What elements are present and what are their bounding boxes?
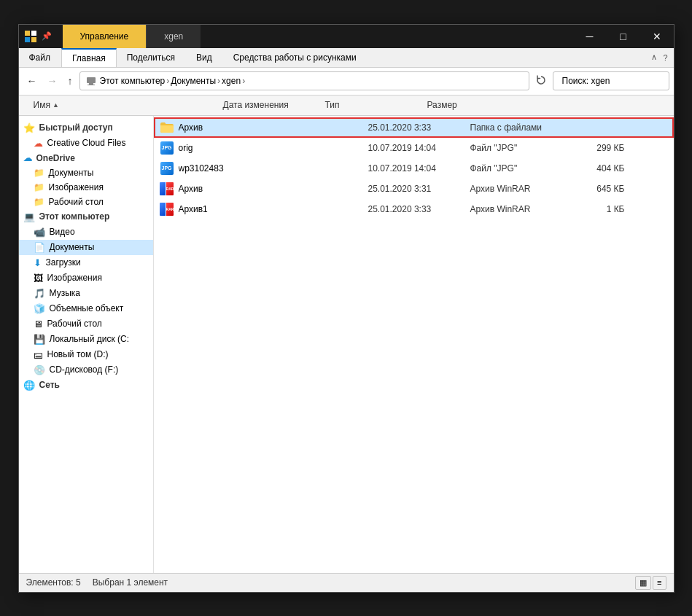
window-icon xyxy=(25,31,36,42)
images-icon: 🖼 xyxy=(34,273,43,284)
search-box[interactable] xyxy=(553,71,669,90)
table-row[interactable]: JPG wp3102483 10.07.2019 14:04 Файл "JPG… xyxy=(154,158,674,179)
file-type: Файл "JPG" xyxy=(470,143,572,153)
sidebar-item-onedrive-desktop[interactable]: 📁 Рабочий стол xyxy=(19,195,153,209)
file-date: 10.07.2019 14:04 xyxy=(368,143,470,153)
docs-icon: 📄 xyxy=(34,242,45,253)
col-header-size[interactable]: Размер xyxy=(427,100,486,110)
jpg-icon: JPG xyxy=(160,161,174,176)
maximize-button[interactable]: □ xyxy=(607,25,640,48)
ribbon-collapse-button[interactable]: ∧ xyxy=(648,51,660,63)
cd-icon: 💿 xyxy=(34,364,45,375)
back-button[interactable]: ← xyxy=(23,74,41,88)
search-input[interactable] xyxy=(562,76,672,86)
sidebar-item-quick-access[interactable]: ⭐ Быстрый доступ xyxy=(19,120,153,136)
status-bar: Элементов: 5 Выбран 1 элемент ▦ ≡ xyxy=(19,573,674,592)
folder-icon-onedrive-images: 📁 xyxy=(34,182,44,192)
video-icon: 📹 xyxy=(34,227,45,238)
sidebar: ⭐ Быстрый доступ ☁ Creative Cloud Files … xyxy=(19,116,154,573)
download-icon: ⬇ xyxy=(34,257,42,268)
ribbon: Файл Главная Поделиться Вид Средства раб… xyxy=(19,48,674,68)
folder-icon-onedrive-docs: 📁 xyxy=(34,168,44,178)
file-size: 1 КБ xyxy=(572,204,631,214)
sidebar-item-this-computer[interactable]: 💻 Этот компьютер xyxy=(19,209,153,225)
table-row[interactable]: RAR Архив1 25.01.2020 3:33 Архив WinRAR … xyxy=(154,199,674,219)
svg-rect-3 xyxy=(31,37,36,42)
file-date: 25.01.2020 3:31 xyxy=(368,184,470,194)
desktop-icon: 🖥 xyxy=(34,319,43,330)
table-row[interactable]: JPG orig 10.07.2019 14:04 Файл "JPG" 299… xyxy=(154,138,674,158)
sidebar-item-local-disk-c[interactable]: 💾 Локальный диск (С: xyxy=(19,332,153,347)
ribbon-tab-home[interactable]: Главная xyxy=(61,48,117,67)
file-size: 404 КБ xyxy=(572,163,631,174)
up-button[interactable]: ↑ xyxy=(64,74,77,88)
tab-management[interactable]: Управление xyxy=(63,25,147,48)
sidebar-item-3d-objects[interactable]: 🧊 Объемные объект xyxy=(19,301,153,316)
sidebar-item-documents[interactable]: 📄 Документы xyxy=(19,240,153,255)
pin-button[interactable]: 📌 xyxy=(39,31,54,41)
ribbon-tabs: Файл Главная Поделиться Вид Средства раб… xyxy=(19,48,674,67)
column-headers: Имя ▲ Дата изменения Тип Размер xyxy=(19,95,674,116)
window-controls: ─ □ ✕ xyxy=(573,25,674,48)
rar-icon: RAR xyxy=(160,182,174,196)
col-header-type[interactable]: Тип xyxy=(325,100,427,110)
music-icon: 🎵 xyxy=(34,288,45,299)
ribbon-help-button[interactable]: ? xyxy=(660,52,670,63)
sidebar-item-music[interactable]: 🎵 Музыка xyxy=(19,286,153,301)
tab-xgen[interactable]: xgen xyxy=(146,25,201,48)
col-header-date[interactable]: Дата изменения xyxy=(223,100,325,110)
view-details-button[interactable]: ▦ xyxy=(635,576,651,590)
sidebar-item-onedrive[interactable]: ☁ OneDrive xyxy=(19,151,153,165)
title-bar: 📌 Управление xgen ─ □ ✕ xyxy=(19,25,674,48)
sidebar-item-onedrive-docs[interactable]: 📁 Документы xyxy=(19,165,153,180)
explorer-window: 📌 Управление xgen ─ □ ✕ Файл Главная Под… xyxy=(18,24,674,593)
onedrive-icon: ☁ xyxy=(23,153,32,163)
close-button[interactable]: ✕ xyxy=(640,25,674,48)
title-tabs: Управление xgen xyxy=(63,25,573,48)
file-name: Архив1 xyxy=(179,204,368,214)
sidebar-item-video[interactable]: 📹 Видео xyxy=(19,225,153,240)
col-header-name[interactable]: Имя ▲ xyxy=(34,100,223,110)
file-type: Папка с файлами xyxy=(470,122,572,133)
sidebar-item-cd-drive-f[interactable]: 💿 CD-дисковод (F:) xyxy=(19,362,153,378)
svg-rect-6 xyxy=(88,85,95,85)
path-bar[interactable]: Этот компьютер › Документы › xgen › xyxy=(79,71,529,90)
file-name: wp3102483 xyxy=(179,163,368,174)
title-bar-left: 📌 xyxy=(19,25,60,48)
main-content: ⭐ Быстрый доступ ☁ Creative Cloud Files … xyxy=(19,116,674,573)
ribbon-tab-share[interactable]: Поделиться xyxy=(117,48,186,67)
sidebar-item-network[interactable]: 🌐 Сеть xyxy=(19,378,153,393)
star-icon: ⭐ xyxy=(23,122,35,133)
file-name: orig xyxy=(179,143,368,153)
cloud-icon: ☁ xyxy=(34,138,43,149)
file-type: Архив WinRAR xyxy=(470,184,572,194)
ribbon-tab-picture-tools[interactable]: Средства работы с рисунками xyxy=(223,48,368,67)
sidebar-item-volume-d[interactable]: 🖴 Новый том (D:) xyxy=(19,347,153,362)
sidebar-item-images[interactable]: 🖼 Изображения xyxy=(19,270,153,286)
file-size: 299 КБ xyxy=(572,143,631,153)
minimize-button[interactable]: ─ xyxy=(573,25,607,48)
ribbon-tab-view[interactable]: Вид xyxy=(186,48,223,67)
sidebar-item-creative-cloud[interactable]: ☁ Creative Cloud Files xyxy=(19,136,153,151)
file-type: Файл "JPG" xyxy=(470,163,572,174)
refresh-button[interactable] xyxy=(532,74,550,89)
selected-info: Выбран 1 элемент xyxy=(93,577,168,588)
network-icon: 🌐 xyxy=(23,380,35,391)
file-type: Архив WinRAR xyxy=(470,204,572,214)
address-bar: ← → ↑ Этот компьютер › Документы › xgen … xyxy=(19,68,674,95)
file-date: 25.01.2020 3:33 xyxy=(368,122,470,133)
table-row[interactable]: RAR Архив 25.01.2020 3:31 Архив WinRAR 6… xyxy=(154,179,674,199)
table-row[interactable]: Архив 25.01.2020 3:33 Папка с файлами xyxy=(154,117,674,138)
sidebar-item-desktop[interactable]: 🖥 Рабочий стол xyxy=(19,316,153,332)
ribbon-tab-file[interactable]: Файл xyxy=(19,48,62,67)
svg-rect-5 xyxy=(89,83,93,85)
view-list-button[interactable]: ≡ xyxy=(653,576,666,590)
computer-icon: 💻 xyxy=(23,211,35,222)
sidebar-item-downloads[interactable]: ⬇ Загрузки xyxy=(19,255,153,270)
file-date: 25.01.2020 3:33 xyxy=(368,204,470,214)
svg-rect-0 xyxy=(25,31,30,36)
status-text: Элементов: 5 Выбран 1 элемент xyxy=(26,577,168,588)
rar-icon: RAR xyxy=(160,202,174,217)
forward-button[interactable]: → xyxy=(44,74,61,88)
sidebar-item-onedrive-images[interactable]: 📁 Изображения xyxy=(19,180,153,195)
